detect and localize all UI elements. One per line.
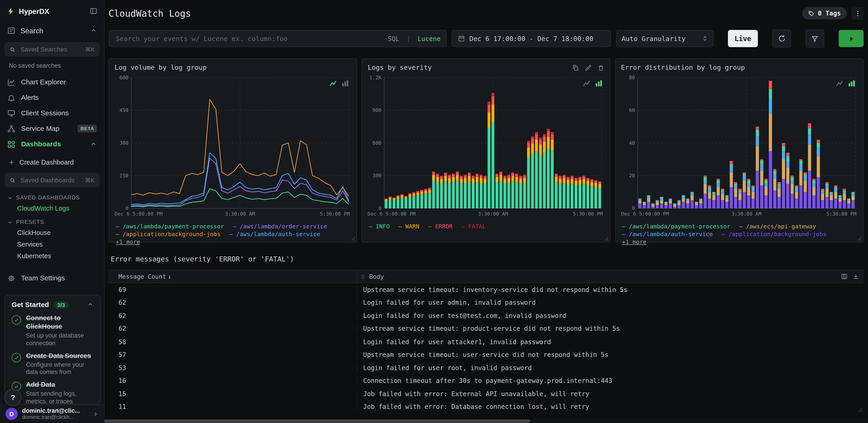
sidebar-section-search[interactable]: Search: [0, 22, 104, 39]
chart-plot-area[interactable]: 0150300450600Dec 6 5:00:00 PM3:30:00 AM5…: [115, 73, 351, 217]
bar-chart-toggle-icon[interactable]: [595, 80, 602, 87]
lucene-mode-label[interactable]: Lucene: [417, 35, 441, 43]
sidebar-item-clickhouse[interactable]: ClickHouse: [0, 227, 104, 238]
legend-item[interactable]: —/aws/lambda/payment-processor: [116, 223, 224, 229]
legend-item[interactable]: —/application/background-jobs: [721, 230, 826, 237]
refresh-button[interactable]: [772, 29, 791, 48]
avatar: D: [5, 408, 18, 420]
saved-searches-input[interactable]: ⌘K: [4, 42, 99, 57]
sidebar-item-chart-explorer[interactable]: Chart Explorer: [0, 74, 104, 90]
table-row[interactable]: 53Login failed for user root, invalid pa…: [108, 361, 863, 374]
check-circle-icon: [11, 315, 21, 325]
chevron-right-icon: [92, 411, 99, 417]
legend-item[interactable]: —/aws/lambda/auth-service: [622, 230, 713, 237]
legend-item[interactable]: —FATAL: [461, 223, 486, 229]
sidebar-item-cloudwatch-logs[interactable]: CloudWatch Logs: [0, 202, 104, 214]
sidebar-item-client-sessions[interactable]: Client Sessions: [0, 105, 104, 121]
run-query-button[interactable]: [839, 30, 863, 47]
event-search-input[interactable]: [115, 34, 383, 43]
line-chart-toggle-icon[interactable]: [836, 80, 843, 87]
preset-label: Kubernetes: [17, 252, 51, 260]
get-started-title: Get Started: [11, 301, 49, 309]
get-started-card: Get Started 3/3 Connect to ClickHouse Se…: [4, 295, 101, 404]
event-search-bar[interactable]: SQL | Lucene: [108, 30, 446, 47]
resize-handle[interactable]: [603, 235, 608, 241]
chevron-up-icon[interactable]: [90, 27, 97, 34]
saved-dashboards-section-header[interactable]: SAVED DASHBOARDS: [0, 189, 104, 202]
sidebar-item-team-settings[interactable]: Team Settings: [0, 270, 104, 286]
sidebar-item-kubernetes[interactable]: Kubernetes: [0, 250, 104, 261]
search-icon: [9, 177, 16, 183]
sidebar-item-alerts[interactable]: Alerts: [0, 90, 104, 105]
get-started-step[interactable]: Connect to ClickHouse Set up your databa…: [5, 311, 100, 348]
collapse-sidebar-icon[interactable]: [90, 7, 97, 15]
legend-label: ERROR: [435, 223, 453, 229]
table-row[interactable]: 57Upstream service timeout: user-service…: [108, 348, 863, 361]
scrollbar-thumb[interactable]: [104, 419, 530, 423]
table-row[interactable]: 62Login failed for user test@test.com, i…: [108, 309, 863, 322]
legend-item[interactable]: —/aws/lambda/order-service: [233, 223, 327, 229]
table-row[interactable]: 16Connection timeout after 30s to paymen…: [108, 374, 863, 387]
chevron-up-icon[interactable]: [87, 302, 94, 308]
legend-item[interactable]: —/application/background-jobs: [116, 230, 220, 237]
more-options-button[interactable]: [851, 7, 863, 19]
dashboards-grid-icon: [7, 140, 16, 148]
sidebar-item-services[interactable]: Services: [0, 238, 104, 250]
download-icon[interactable]: [852, 273, 859, 280]
chart-legend: —INFO—WARN—ERROR—FATAL: [369, 223, 604, 229]
legend-item[interactable]: —/aws/lambda/payment-processor: [622, 223, 731, 229]
legend-item[interactable]: —/aws/ecs/api-gateway: [739, 223, 816, 229]
table-row[interactable]: 62Login failed for user admin, invalid p…: [108, 296, 863, 309]
saved-searches-field[interactable]: [19, 45, 81, 53]
line-chart-toggle-icon[interactable]: [330, 80, 337, 87]
column-header-body[interactable]: Body: [357, 270, 863, 282]
duplicate-icon[interactable]: [572, 64, 579, 71]
filters-button[interactable]: [805, 29, 824, 48]
legend-item[interactable]: —ERROR: [428, 223, 453, 229]
create-dashboard-button[interactable]: Create Dashboard: [0, 155, 104, 170]
tags-button[interactable]: 0 Tags: [802, 7, 847, 19]
get-started-header[interactable]: Get Started 3/3: [5, 295, 100, 311]
bar-chart-toggle-icon[interactable]: [342, 80, 349, 87]
no-saved-searches-text: No saved searches: [0, 59, 104, 74]
dashboard-link-label: CloudWatch Logs: [17, 204, 69, 212]
saved-dashboards-input[interactable]: ⌘K: [4, 173, 99, 187]
granularity-select[interactable]: Auto Granularity: [616, 30, 714, 47]
live-button[interactable]: Live: [728, 30, 758, 47]
table-settings-icon[interactable]: [841, 273, 847, 280]
drag-handle-icon[interactable]: [360, 274, 366, 280]
presets-section-header[interactable]: PRESETS: [0, 214, 104, 227]
table-row[interactable]: 58Login failed for user attacker1, inval…: [108, 335, 863, 348]
get-started-step[interactable]: Create Data Sources Configure where your…: [5, 348, 100, 377]
legend-label: /aws/lambda/payment-processor: [629, 223, 731, 229]
column-header-count[interactable]: Message Count ↓: [108, 273, 357, 280]
sql-mode-label[interactable]: SQL: [388, 35, 399, 43]
edit-icon[interactable]: [584, 64, 592, 71]
cell-body: Login failed for user admin, invalid pas…: [357, 299, 863, 307]
user-menu[interactable]: D dominic.tran@clic... dominic.tran@clic…: [0, 404, 104, 423]
table-row[interactable]: 62Upstream service timeout: product-serv…: [108, 322, 863, 335]
legend-item[interactable]: —INFO: [369, 223, 390, 229]
error-table-body: 69Upstream service timeout: inventory-se…: [108, 283, 863, 413]
legend-label: INFO: [376, 223, 390, 229]
table-row[interactable]: 15Job failed with error: External API un…: [108, 387, 863, 400]
chart-plot-area[interactable]: 03006009001.2KDec 6 5:00:00 PM3:30:00 AM…: [368, 73, 604, 217]
legend-item[interactable]: +1 more: [622, 238, 647, 245]
legend-item[interactable]: —/aws/lambda/auth-service: [229, 230, 320, 237]
sidebar-item-service-map[interactable]: Service Map BETA: [0, 121, 104, 136]
nav-label: Team Settings: [21, 274, 65, 282]
line-chart-toggle-icon[interactable]: [583, 80, 590, 87]
table-row[interactable]: 69Upstream service timeout: inventory-se…: [108, 283, 863, 296]
chart-plot-area[interactable]: 020406080Dec 6 5:00:00 PM3:30:00 AM5:30:…: [621, 73, 858, 217]
table-row[interactable]: 11Job failed with error: Database connec…: [108, 400, 863, 413]
saved-dashboards-field[interactable]: [19, 176, 81, 184]
legend-item[interactable]: +1 more: [116, 238, 140, 245]
delete-icon[interactable]: [597, 64, 604, 71]
sidebar-item-dashboards[interactable]: Dashboards: [0, 136, 104, 152]
chevron-up-icon[interactable]: [90, 141, 97, 147]
time-range-picker[interactable]: Dec 6 17:00:00 - Dec 7 18:00:00: [452, 30, 611, 47]
bar-chart-toggle-icon[interactable]: [848, 80, 855, 87]
legend-item[interactable]: —WARN: [399, 223, 419, 229]
legend-label: +1 more: [116, 238, 140, 245]
help-button[interactable]: ?: [4, 389, 22, 406]
